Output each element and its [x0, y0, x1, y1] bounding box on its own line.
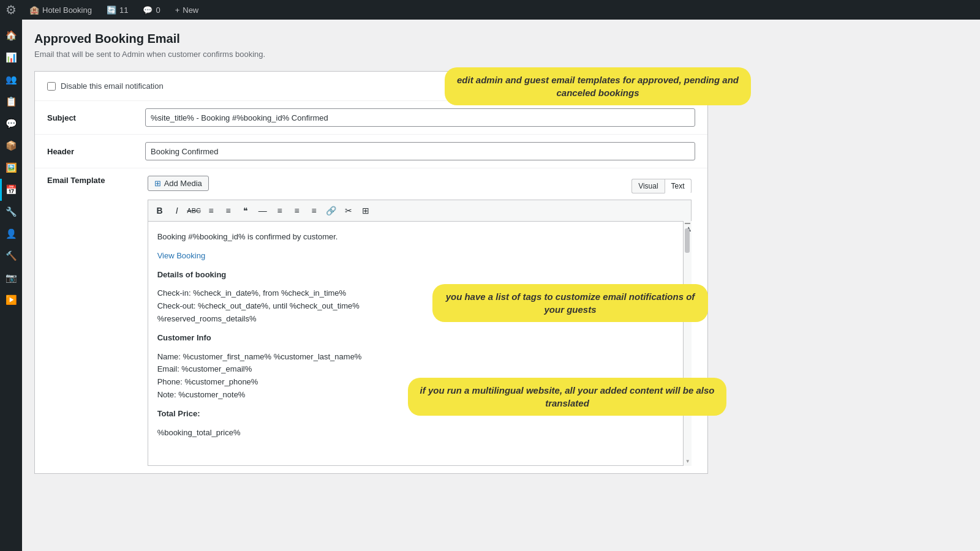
- email-template-row: Email Template ⊞ Add Media Visual Text: [35, 168, 707, 473]
- plus-icon: +: [175, 6, 180, 15]
- link-button[interactable]: 🔗: [323, 203, 339, 219]
- editor-scrollbar[interactable]: ▲ ▼: [683, 221, 692, 466]
- bold-button[interactable]: B: [152, 203, 168, 219]
- hr-button[interactable]: —: [255, 203, 271, 219]
- menu-calendar[interactable]: 📅: [0, 179, 22, 201]
- unordered-list-button[interactable]: ≡: [203, 203, 219, 219]
- total-price-title: Total Price:: [157, 409, 200, 418]
- site-name: Hotel Booking: [42, 6, 92, 15]
- admin-bar-updates[interactable]: 🔄 11: [99, 0, 135, 20]
- editor-area[interactable]: Booking #%booking_id% is confirmed by cu…: [148, 221, 692, 466]
- disable-label: Disable this email notification: [61, 81, 164, 91]
- menu-media[interactable]: 🖼️: [0, 157, 22, 179]
- new-label: New: [183, 6, 198, 15]
- header-row: Header Booking Confirmed: [35, 135, 707, 168]
- blockquote-button[interactable]: ❝: [238, 203, 254, 219]
- editor-wrapper: Booking #%booking_id% is confirmed by cu…: [148, 221, 692, 466]
- menu-play[interactable]: ▶️: [0, 289, 22, 311]
- menu-dashboard[interactable]: 🏠: [0, 24, 22, 47]
- page-title: Approved Booking Email: [34, 32, 968, 46]
- admin-bar-comments[interactable]: 💬 0: [135, 0, 167, 20]
- editor-tabs: Visual Text: [631, 179, 691, 193]
- italic-button[interactable]: I: [169, 203, 185, 219]
- checkin-text: Check-in: %check_in_date%, from %check_i…: [157, 287, 682, 325]
- wp-logo-icon: ⚙: [0, 0, 22, 20]
- media-icon: ⊞: [154, 179, 161, 188]
- editor-toolbar: B I ABC ≡ ≡ ❝ — ≡ ≡ ≡ 🔗 ✂ ⊞: [148, 200, 692, 221]
- menu-pages[interactable]: 📋: [0, 91, 22, 113]
- header-input[interactable]: Booking Confirmed: [145, 142, 695, 160]
- updates-count: 11: [119, 6, 128, 15]
- tab-text[interactable]: Text: [665, 179, 692, 193]
- hotel-icon: 🏨: [29, 6, 39, 15]
- subject-label: Subject: [47, 113, 145, 122]
- ordered-list-button[interactable]: ≡: [221, 203, 236, 219]
- align-right-button[interactable]: ≡: [306, 203, 322, 219]
- updates-icon: 🔄: [107, 6, 116, 15]
- comments-count: 0: [156, 6, 160, 15]
- admin-bar: ⚙ 🏨 Hotel Booking 🔄 11 💬 0 + New: [0, 0, 980, 20]
- menu-comments[interactable]: 💬: [0, 113, 22, 135]
- align-left-button[interactable]: ≡: [272, 203, 288, 219]
- editor-line1: Booking #%booking_id% is confirmed by cu…: [157, 231, 682, 244]
- menu-stats[interactable]: 📊: [0, 47, 22, 69]
- admin-bar-hotel-booking[interactable]: 🏨 Hotel Booking: [22, 0, 99, 20]
- page-subtitle: Email that will be sent to Admin when cu…: [34, 50, 968, 59]
- scroll-thumb[interactable]: [685, 228, 690, 253]
- admin-bar-items: 🏨 Hotel Booking 🔄 11 💬 0 + New: [22, 0, 206, 20]
- admin-bar-new[interactable]: + New: [168, 0, 206, 20]
- total-price-value: %booking_total_price%: [157, 427, 682, 440]
- tab-visual[interactable]: Visual: [631, 179, 664, 193]
- unlink-button[interactable]: ✂: [341, 203, 356, 219]
- details-title: Details of booking: [157, 270, 227, 279]
- disable-notification-row: Disable this email notification: [35, 72, 707, 101]
- subject-input[interactable]: %site_title% - Booking #%booking_id% Con…: [145, 108, 695, 127]
- menu-hammer[interactable]: 🔨: [0, 245, 22, 267]
- table-button[interactable]: ⊞: [358, 203, 374, 219]
- subject-row: Subject %site_title% - Booking #%booking…: [35, 101, 707, 135]
- strikethrough-button[interactable]: ABC: [186, 203, 202, 219]
- page-content: Approved Booking Email Email that will b…: [22, 20, 980, 551]
- comments-icon: 💬: [143, 6, 153, 15]
- add-media-button[interactable]: ⊞ Add Media: [148, 176, 209, 191]
- menu-profile[interactable]: 👤: [0, 223, 22, 245]
- align-center-button[interactable]: ≡: [289, 203, 305, 219]
- menu-image[interactable]: 📷: [0, 267, 22, 289]
- menu-plugins[interactable]: 📦: [0, 135, 22, 157]
- email-template-content: ⊞ Add Media Visual Text B I ABC ≡: [148, 176, 692, 466]
- disable-checkbox[interactable]: [47, 82, 56, 91]
- menu-tools[interactable]: 🔧: [0, 201, 22, 223]
- wp-menu: 🏠 📊 👥 📋 💬 📦 🖼️ 📅 🔧 👤 🔨 📷 ▶️: [0, 20, 22, 551]
- menu-users[interactable]: 👥: [0, 69, 22, 91]
- header-label: Header: [47, 147, 145, 156]
- form-section: Disable this email notification Subject …: [34, 71, 708, 474]
- add-media-label: Add Media: [164, 179, 202, 188]
- customer-info-title: Customer Info: [157, 333, 211, 342]
- view-booking-link[interactable]: View Booking: [157, 251, 206, 260]
- email-template-label: Email Template: [47, 176, 145, 185]
- customer-details: Name: %customer_first_name% %customer_la…: [157, 351, 682, 402]
- scroll-up-arrow: ▲: [685, 223, 690, 227]
- scroll-down-arrow: ▼: [685, 459, 690, 464]
